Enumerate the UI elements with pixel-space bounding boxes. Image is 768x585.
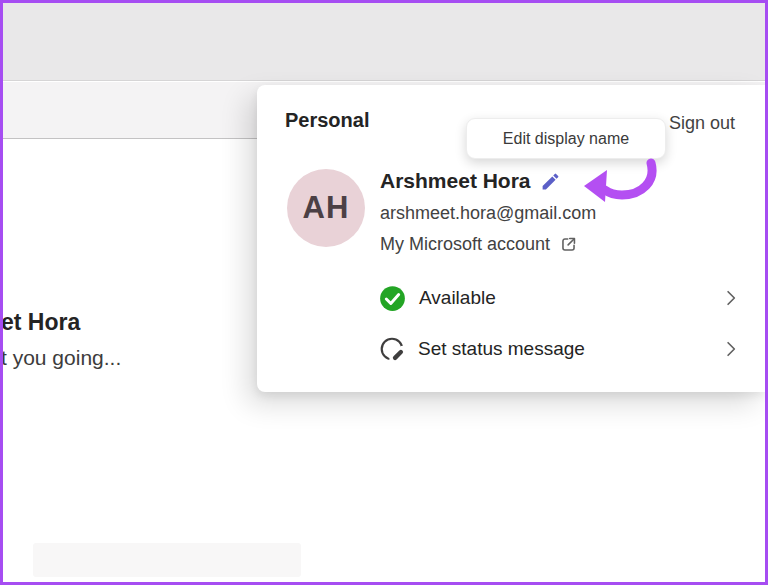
external-link-icon: [559, 235, 578, 254]
display-name-row: Arshmeet Hora: [380, 169, 561, 193]
chevron-right-icon: [721, 288, 741, 308]
set-status-message-row[interactable]: Set status message: [379, 327, 749, 371]
account-email: arshmeet.hora@gmail.com: [380, 203, 596, 224]
popover-title: Personal: [285, 109, 369, 132]
availability-status-label: Available: [419, 287, 496, 309]
display-name: Arshmeet Hora: [380, 169, 531, 193]
sign-out-button[interactable]: Sign out: [669, 113, 735, 134]
screenshot-frame: AH et Hora t you going... Personal Sign …: [0, 0, 768, 585]
edit-display-name-pencil-icon[interactable]: [540, 171, 561, 192]
my-microsoft-account-link[interactable]: My Microsoft account: [380, 234, 578, 255]
availability-status-row[interactable]: Available: [379, 276, 749, 320]
app-title-bar: [3, 3, 765, 81]
chevron-right-icon: [721, 339, 741, 359]
profile-avatar-large: AH: [287, 169, 365, 247]
status-message-icon: [379, 336, 405, 362]
my-microsoft-account-label: My Microsoft account: [380, 234, 550, 255]
presence-available-icon: [379, 285, 406, 312]
set-status-message-label: Set status message: [418, 338, 585, 360]
background-greeting-text: et Hora: [1, 309, 80, 336]
avatar-initials: AH: [303, 190, 350, 226]
background-subtitle-text: t you going...: [1, 346, 121, 370]
background-input-box: [33, 543, 301, 577]
edit-display-name-tooltip: Edit display name: [466, 118, 666, 159]
